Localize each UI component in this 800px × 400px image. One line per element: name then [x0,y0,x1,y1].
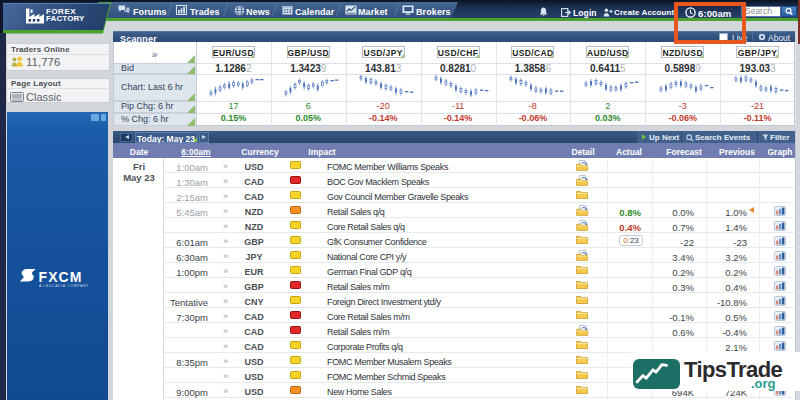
svg-text:FXCM: FXCM [39,269,83,285]
svg-text:A LEUCADIA COMPANY: A LEUCADIA COMPANY [39,284,89,288]
